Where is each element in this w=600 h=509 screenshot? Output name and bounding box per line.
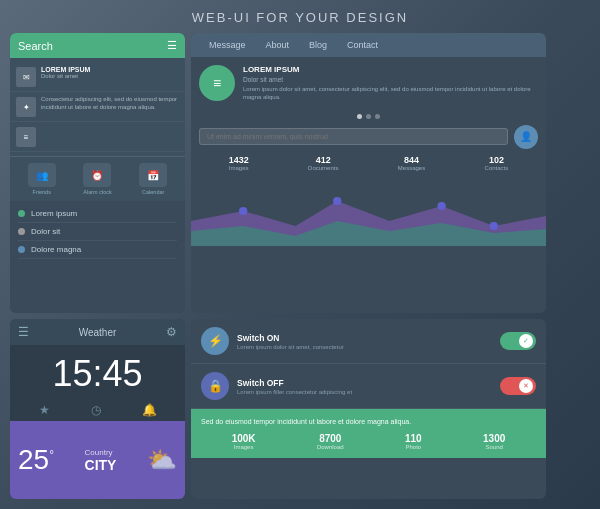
temp-number: 25 [18,446,49,474]
tab-blog[interactable]: Blog [299,33,337,57]
stat-110-label: Photo [405,444,422,450]
bullet-item: Dolore magna [18,241,177,259]
tab-about[interactable]: About [256,33,300,57]
switch-off-row: 🔒 Switch OFF Lorem ipsum filler consecte… [191,364,546,409]
dot-1[interactable] [357,114,362,119]
weather-title: Weather [79,327,117,338]
green-footer: Sed do eiusmod tempor incididunt ut labo… [191,409,546,458]
hamburger-icon[interactable]: ☰ [167,39,177,52]
city-name: CITY [85,457,117,473]
hamburger-icon[interactable]: ☰ [18,325,29,339]
switch-off-desc: Lorem ipsum filler consectetur adipiscin… [237,389,492,395]
calendar-label: Calendar [142,189,164,195]
temp-degree: ° [49,448,54,462]
friends-button[interactable]: 👥 Friends [28,163,56,195]
stat-messages: 844 Messages [398,155,425,171]
weather-bottom: 25 ° Country CITY ⛅ [10,421,185,499]
chart-stats: 1432 Images 412 Documents 844 Messages 1… [191,155,546,171]
stat-100k: 100K Images [232,433,256,450]
bullet-text: Lorem ipsum [31,209,77,218]
list-item-desc: Dolor sit amet [41,73,179,81]
content-icon: ≡ [199,65,235,101]
footer-stats: 100K Images 8700 Download 110 Photo 1300… [201,433,536,450]
content-title: LOREM IPSUM [243,65,538,74]
list-item-title: LOREM IPSUM [41,66,179,73]
stat-100k-label: Images [232,444,256,450]
calendar-button[interactable]: 📅 Calendar [139,163,167,195]
alarm-icon: ⏰ [83,163,111,187]
stat-1300-num: 1300 [483,433,505,444]
menu-icon: ≡ [16,127,36,147]
stat-documents-label: Documents [308,165,338,171]
temperature-display: 25 ° [18,446,54,474]
stat-8700: 8700 Download [317,433,344,450]
gear-icon[interactable]: ⚙ [166,325,177,339]
content-area: ≡ LOREM IPSUM Dolor sit amet Lorem ipsum… [191,57,546,110]
mobile-ui-panel: Search ☰ ✉ LOREM IPSUM Dolor sit amet ✦ … [10,33,185,313]
time-display: 15:45 [10,345,185,399]
bullet-text: Dolore magna [31,245,81,254]
stat-images: 1432 Images [229,155,249,171]
weather-panel: ☰ Weather ⚙ 15:45 ★ ◷ 🔔 25 ° Country CIT… [10,319,185,499]
calendar-icon: 📅 [139,163,167,187]
tab-message[interactable]: Message [199,33,256,57]
search-row: 👤 [191,125,546,155]
friends-icon: 👥 [28,163,56,187]
chart-area [191,171,546,246]
switch-on-row: ⚡ Switch ON Lorem ipsum dolor sit amet, … [191,319,546,364]
tab-contact[interactable]: Contact [337,33,388,57]
dot-2[interactable] [366,114,371,119]
toggle-on[interactable] [500,332,536,350]
nav-tabs: Message About Blog Contact [191,33,546,57]
alarm-label: Alarm clock [83,189,111,195]
stat-images-label: Images [229,165,249,171]
bullet-item: Dolor sit [18,223,177,241]
switch-on-icon: ⚡ [201,327,229,355]
stat-8700-label: Download [317,444,344,450]
list-item: ✉ LOREM IPSUM Dolor sit amet [10,62,185,92]
country-label: Country [85,448,117,457]
stat-contacts: 102 Contacts [485,155,509,171]
stat-1300: 1300 Sound [483,433,505,450]
stat-contacts-label: Contacts [485,165,509,171]
bullet-item: Lorem ipsum [18,205,177,223]
svg-point-2 [239,207,247,215]
bullet-text: Dolor sit [31,227,60,236]
list-item: ✦ Consectetur adipiscing elit, sed do ei… [10,92,185,122]
user-avatar: 👤 [514,125,538,149]
switches-panel: ⚡ Switch ON Lorem ipsum dolor sit amet, … [191,319,546,499]
dot-3[interactable] [375,114,380,119]
stat-110: 110 Photo [405,433,422,450]
toggle-off[interactable] [500,377,536,395]
stat-contacts-num: 102 [485,155,509,165]
footer-text: Sed do eiusmod tempor incididunt ut labo… [201,417,536,427]
mobile-list: ✉ LOREM IPSUM Dolor sit amet ✦ Consectet… [10,58,185,156]
bell-icon: 🔔 [142,403,157,417]
friends-label: Friends [33,189,51,195]
star-icon: ★ [39,403,50,417]
weather-header: ☰ Weather ⚙ [10,319,185,345]
alarm-button[interactable]: ⏰ Alarm clock [83,163,111,195]
puzzle-icon: ✦ [16,97,36,117]
search-bar: Search ☰ [10,33,185,58]
icon-row: 👥 Friends ⏰ Alarm clock 📅 Calendar [10,156,185,201]
search-input[interactable] [199,128,508,145]
svg-point-3 [333,197,341,205]
svg-point-5 [490,222,498,230]
clock-icon: ◷ [91,403,101,417]
stat-1300-label: Sound [483,444,505,450]
stat-110-num: 110 [405,433,422,444]
switch-off-icon: 🔒 [201,372,229,400]
bullet-list: Lorem ipsum Dolor sit Dolore magna [10,201,185,313]
stat-documents: 412 Documents [308,155,338,171]
carousel-dots [191,110,546,125]
weather-cloud-icon: ⛅ [147,446,177,474]
page-title: WEB-UI FOR YOUR DESIGN [192,0,408,33]
stat-messages-label: Messages [398,165,425,171]
stat-100k-num: 100K [232,433,256,444]
content-subtitle: Dolor sit amet [243,76,538,83]
search-label: Search [18,40,53,52]
bullet-dot-green [18,210,25,217]
switch-on-desc: Lorem ipsum dolor sit amet, consectetur [237,344,492,350]
switch-off-title: Switch OFF [237,378,492,388]
